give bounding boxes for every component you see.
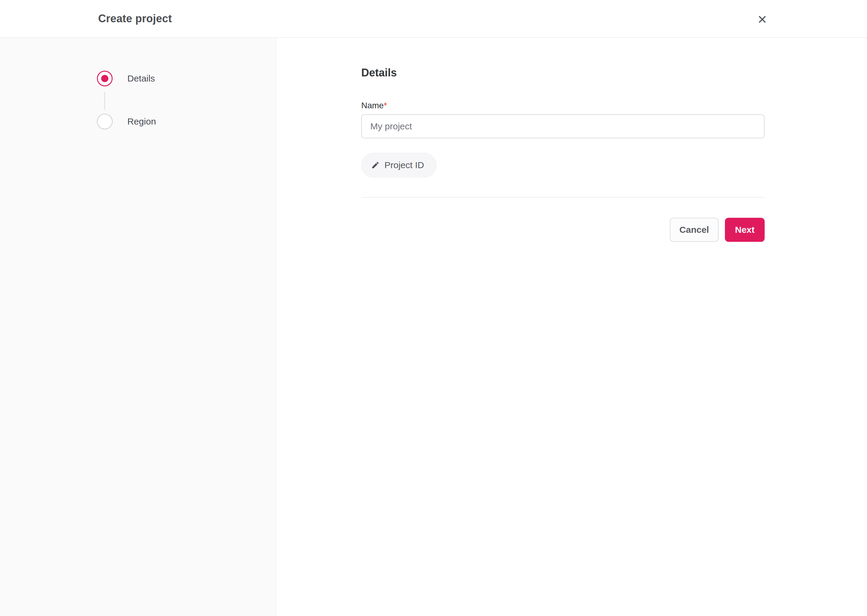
step-radio-dot: [101, 75, 109, 82]
close-button[interactable]: ✕: [754, 11, 771, 28]
required-asterisk: *: [384, 101, 387, 110]
cancel-button[interactable]: Cancel: [670, 218, 719, 242]
section-heading: Details: [361, 66, 765, 79]
form-column: Details Name* Project ID Cancel Next: [361, 38, 765, 242]
step-radio-idle-icon: [97, 114, 113, 129]
name-label-text: Name: [361, 101, 384, 110]
stepper-item-details[interactable]: Details: [97, 71, 155, 86]
next-button[interactable]: Next: [725, 218, 765, 242]
action-bar: Cancel Next: [361, 218, 765, 242]
stepper-connector-line: [104, 92, 105, 110]
project-name-input[interactable]: [361, 114, 765, 138]
page-title: Create project: [0, 13, 172, 25]
pencil-icon: [371, 161, 380, 169]
wizard-sidebar: Details Region: [0, 38, 276, 616]
step-radio-active-icon: [97, 71, 113, 86]
project-id-button[interactable]: Project ID: [361, 153, 437, 178]
close-icon: ✕: [757, 14, 767, 25]
stepper-item-region[interactable]: Region: [97, 114, 156, 129]
footer-divider: [361, 197, 765, 198]
name-field-label: Name*: [361, 101, 765, 111]
step-label-details: Details: [127, 73, 155, 83]
project-id-label: Project ID: [385, 160, 424, 170]
modal-header: Create project ✕: [0, 0, 867, 38]
wizard-content: Details Name* Project ID Cancel Next: [276, 38, 867, 616]
step-label-region: Region: [127, 116, 156, 127]
